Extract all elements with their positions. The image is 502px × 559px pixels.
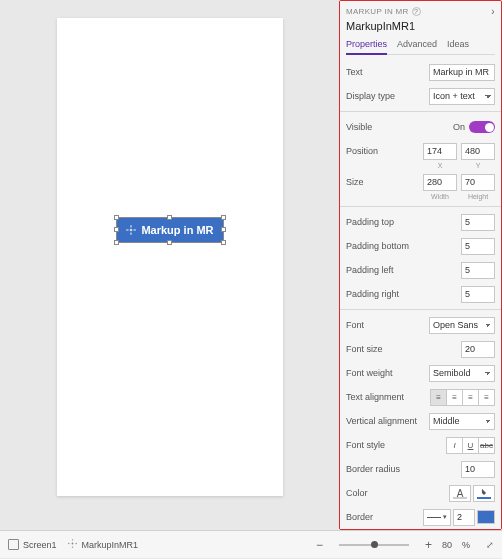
screen-icon [8, 539, 19, 550]
label-pad-right: Padding right [346, 289, 461, 299]
size-h-input[interactable] [461, 174, 495, 191]
svg-point-6 [71, 539, 72, 540]
label-position: Position [346, 146, 423, 156]
svg-point-8 [68, 543, 69, 544]
border-radius-input[interactable] [461, 461, 495, 478]
label-display-type: Display type [346, 91, 429, 101]
label-size: Size [346, 177, 423, 187]
fullscreen-button[interactable]: ⤢ [486, 540, 494, 550]
zoom-out-button[interactable]: − [316, 538, 323, 552]
border-style-select[interactable]: ▾ [423, 509, 451, 526]
svg-point-1 [131, 225, 133, 227]
zoom-slider[interactable] [339, 544, 409, 546]
artboard[interactable]: Markup in MR [57, 18, 283, 496]
size-w-input[interactable] [423, 174, 457, 191]
label-pad-left: Padding left [346, 265, 461, 275]
label-border: Border [346, 512, 423, 522]
visible-toggle[interactable] [469, 121, 495, 133]
align-center-button[interactable]: ≡ [446, 389, 463, 406]
label-font-size: Font size [346, 344, 461, 354]
align-right-button[interactable]: ≡ [462, 389, 479, 406]
position-y-input[interactable] [461, 143, 495, 160]
label-pad-top: Padding top [346, 217, 461, 227]
collapse-chevron-icon[interactable]: › [491, 6, 495, 17]
help-icon[interactable]: ? [412, 7, 421, 16]
position-x-input[interactable] [423, 143, 457, 160]
label-font: Font [346, 320, 429, 330]
control-icon [67, 538, 78, 551]
svg-point-0 [130, 229, 132, 231]
label-text: Text [346, 67, 429, 77]
markup-icon [125, 224, 137, 236]
font-style-group: I U abc [446, 437, 495, 454]
tab-properties[interactable]: Properties [346, 36, 387, 55]
panel-breadcrumb: MARKUP IN MR [346, 7, 409, 16]
markup-in-mr-control[interactable]: Markup in MR [117, 218, 223, 242]
properties-panel: MARKUP IN MR ? › MarkupInMR1 Properties … [339, 0, 502, 530]
control-breadcrumb[interactable]: MarkupInMR1 [67, 538, 139, 551]
control-label: Markup in MR [141, 224, 213, 236]
svg-point-3 [127, 229, 129, 231]
font-size-input[interactable] [461, 341, 495, 358]
svg-point-5 [71, 543, 73, 545]
label-border-radius: Border radius [346, 464, 461, 474]
tab-bar: Properties Advanced Ideas [346, 36, 495, 55]
svg-point-2 [131, 233, 133, 235]
label-pad-bottom: Padding bottom [346, 241, 461, 251]
italic-button[interactable]: I [446, 437, 463, 454]
control-name: MarkupInMR1 [346, 19, 495, 36]
label-font-style: Font style [346, 440, 446, 450]
vert-align-select[interactable]: Middle [429, 413, 495, 430]
canvas-area[interactable]: Markup in MR [0, 0, 339, 530]
pad-left-input[interactable] [461, 262, 495, 279]
strike-button[interactable]: abc [478, 437, 495, 454]
label-visible: Visible [346, 122, 453, 132]
font-color-button[interactable]: A [449, 485, 471, 502]
label-color: Color [346, 488, 449, 498]
text-align-group: ≡ ≡ ≡ ≡ [430, 389, 495, 406]
pad-bottom-input[interactable] [461, 238, 495, 255]
label-vert-align: Vertical alignment [346, 416, 429, 426]
underline-button[interactable]: U [462, 437, 479, 454]
svg-point-9 [75, 543, 76, 544]
align-left-button[interactable]: ≡ [430, 389, 447, 406]
font-select[interactable]: Open Sans [429, 317, 495, 334]
label-font-weight: Font weight [346, 368, 429, 378]
svg-point-7 [71, 546, 72, 547]
tab-ideas[interactable]: Ideas [447, 36, 469, 54]
border-color-swatch[interactable] [477, 510, 495, 524]
pad-top-input[interactable] [461, 214, 495, 231]
pad-right-input[interactable] [461, 286, 495, 303]
font-weight-select[interactable]: Semibold [429, 365, 495, 382]
zoom-in-button[interactable]: + [425, 538, 432, 552]
display-type-select[interactable]: Icon + text [429, 88, 495, 105]
align-justify-button[interactable]: ≡ [478, 389, 495, 406]
text-input[interactable] [429, 64, 495, 81]
screen-breadcrumb[interactable]: Screen1 [8, 539, 57, 550]
svg-point-4 [135, 229, 137, 231]
status-bar: Screen1 MarkupInMR1 − + 80% ⤢ [0, 530, 502, 558]
fill-color-button[interactable] [473, 485, 495, 502]
label-text-align: Text alignment [346, 392, 430, 402]
zoom-value: 80 [442, 540, 452, 550]
border-width-input[interactable] [453, 509, 475, 526]
tab-advanced[interactable]: Advanced [397, 36, 437, 54]
